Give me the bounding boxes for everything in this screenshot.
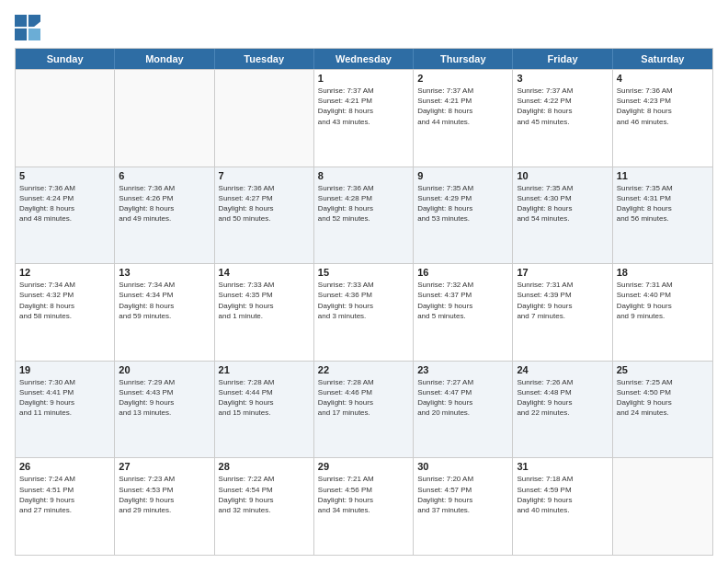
day-number: 26 xyxy=(19,461,110,472)
week-row-2: 5Sunrise: 7:36 AM Sunset: 4:24 PM Daylig… xyxy=(16,167,712,264)
day-info: Sunrise: 7:18 AM Sunset: 4:59 PM Dayligh… xyxy=(517,474,608,515)
day-cell-23: 23Sunrise: 7:27 AM Sunset: 4:47 PM Dayli… xyxy=(414,362,513,458)
day-number: 29 xyxy=(318,461,409,472)
day-cell-9: 9Sunrise: 7:35 AM Sunset: 4:29 PM Daylig… xyxy=(414,167,513,264)
day-cell-26: 26Sunrise: 7:24 AM Sunset: 4:51 PM Dayli… xyxy=(16,458,115,555)
day-cell-4: 4Sunrise: 7:36 AM Sunset: 4:23 PM Daylig… xyxy=(613,70,712,167)
day-number: 14 xyxy=(219,267,310,278)
day-cell-17: 17Sunrise: 7:31 AM Sunset: 4:39 PM Dayli… xyxy=(513,264,612,361)
day-cell-2: 2Sunrise: 7:37 AM Sunset: 4:21 PM Daylig… xyxy=(414,70,513,167)
day-cell-1: 1Sunrise: 7:37 AM Sunset: 4:21 PM Daylig… xyxy=(314,70,414,167)
day-info: Sunrise: 7:26 AM Sunset: 4:48 PM Dayligh… xyxy=(517,377,608,419)
day-number: 30 xyxy=(417,461,508,472)
logo xyxy=(15,15,44,40)
week-row-4: 19Sunrise: 7:30 AM Sunset: 4:41 PM Dayli… xyxy=(16,361,712,458)
day-cell-25: 25Sunrise: 7:25 AM Sunset: 4:50 PM Dayli… xyxy=(613,362,712,458)
day-number: 3 xyxy=(517,73,608,84)
day-info: Sunrise: 7:37 AM Sunset: 4:22 PM Dayligh… xyxy=(517,86,608,127)
day-info: Sunrise: 7:27 AM Sunset: 4:47 PM Dayligh… xyxy=(417,377,508,419)
calendar-header: SundayMondayTuesdayWednesdayThursdayFrid… xyxy=(16,49,712,69)
day-number: 23 xyxy=(417,364,508,375)
week-row-3: 12Sunrise: 7:34 AM Sunset: 4:32 PM Dayli… xyxy=(16,263,712,361)
day-info: Sunrise: 7:35 AM Sunset: 4:30 PM Dayligh… xyxy=(517,183,608,224)
day-number: 10 xyxy=(517,170,608,181)
empty-cell-4-6 xyxy=(613,458,712,555)
week-row-1: 1Sunrise: 7:37 AM Sunset: 4:21 PM Daylig… xyxy=(16,69,712,167)
day-cell-15: 15Sunrise: 7:33 AM Sunset: 4:36 PM Dayli… xyxy=(314,264,414,361)
day-number: 6 xyxy=(119,170,210,181)
svg-rect-0 xyxy=(15,15,27,27)
day-cell-3: 3Sunrise: 7:37 AM Sunset: 4:22 PM Daylig… xyxy=(513,70,612,167)
header-cell-wednesday: Wednesday xyxy=(314,49,414,69)
day-cell-22: 22Sunrise: 7:28 AM Sunset: 4:46 PM Dayli… xyxy=(314,362,414,458)
day-info: Sunrise: 7:30 AM Sunset: 4:41 PM Dayligh… xyxy=(19,377,110,419)
day-number: 2 xyxy=(417,73,508,84)
day-info: Sunrise: 7:28 AM Sunset: 4:44 PM Dayligh… xyxy=(219,377,310,419)
header xyxy=(15,15,713,40)
header-cell-tuesday: Tuesday xyxy=(215,49,314,69)
day-info: Sunrise: 7:25 AM Sunset: 4:50 PM Dayligh… xyxy=(617,377,709,419)
day-number: 1 xyxy=(318,73,409,84)
day-number: 7 xyxy=(219,170,310,181)
day-info: Sunrise: 7:28 AM Sunset: 4:46 PM Dayligh… xyxy=(318,377,409,419)
header-cell-thursday: Thursday xyxy=(414,49,513,69)
day-info: Sunrise: 7:24 AM Sunset: 4:51 PM Dayligh… xyxy=(19,474,110,515)
day-cell-21: 21Sunrise: 7:28 AM Sunset: 4:44 PM Dayli… xyxy=(215,362,314,458)
day-number: 25 xyxy=(617,364,709,375)
day-info: Sunrise: 7:37 AM Sunset: 4:21 PM Dayligh… xyxy=(318,86,409,127)
empty-cell-0-2 xyxy=(215,70,314,167)
day-cell-20: 20Sunrise: 7:29 AM Sunset: 4:43 PM Dayli… xyxy=(115,362,214,458)
svg-rect-2 xyxy=(15,29,27,40)
svg-rect-3 xyxy=(28,29,40,40)
header-cell-sunday: Sunday xyxy=(16,49,115,69)
day-cell-16: 16Sunrise: 7:32 AM Sunset: 4:37 PM Dayli… xyxy=(414,264,513,361)
day-cell-28: 28Sunrise: 7:22 AM Sunset: 4:54 PM Dayli… xyxy=(215,458,314,555)
day-info: Sunrise: 7:29 AM Sunset: 4:43 PM Dayligh… xyxy=(119,377,210,419)
day-cell-27: 27Sunrise: 7:23 AM Sunset: 4:53 PM Dayli… xyxy=(115,458,214,555)
day-number: 28 xyxy=(219,461,310,472)
day-cell-11: 11Sunrise: 7:35 AM Sunset: 4:31 PM Dayli… xyxy=(613,167,712,264)
day-cell-31: 31Sunrise: 7:18 AM Sunset: 4:59 PM Dayli… xyxy=(513,458,612,555)
day-number: 24 xyxy=(517,364,608,375)
day-info: Sunrise: 7:36 AM Sunset: 4:28 PM Dayligh… xyxy=(318,183,409,224)
day-cell-12: 12Sunrise: 7:34 AM Sunset: 4:32 PM Dayli… xyxy=(16,264,115,361)
day-number: 22 xyxy=(318,364,409,375)
header-cell-saturday: Saturday xyxy=(613,49,712,69)
day-cell-5: 5Sunrise: 7:36 AM Sunset: 4:24 PM Daylig… xyxy=(16,167,115,264)
logo-icon xyxy=(15,15,40,40)
day-number: 8 xyxy=(318,170,409,181)
day-cell-30: 30Sunrise: 7:20 AM Sunset: 4:57 PM Dayli… xyxy=(414,458,513,555)
header-cell-friday: Friday xyxy=(513,49,612,69)
day-info: Sunrise: 7:37 AM Sunset: 4:21 PM Dayligh… xyxy=(417,86,508,127)
day-info: Sunrise: 7:35 AM Sunset: 4:29 PM Dayligh… xyxy=(417,183,508,224)
calendar: SundayMondayTuesdayWednesdayThursdayFrid… xyxy=(15,48,713,556)
day-number: 16 xyxy=(417,267,508,278)
day-number: 13 xyxy=(119,267,210,278)
day-cell-29: 29Sunrise: 7:21 AM Sunset: 4:56 PM Dayli… xyxy=(314,458,414,555)
day-number: 27 xyxy=(119,461,210,472)
day-info: Sunrise: 7:36 AM Sunset: 4:24 PM Dayligh… xyxy=(19,183,110,224)
day-info: Sunrise: 7:21 AM Sunset: 4:56 PM Dayligh… xyxy=(318,474,409,515)
day-number: 12 xyxy=(19,267,110,278)
day-info: Sunrise: 7:33 AM Sunset: 4:35 PM Dayligh… xyxy=(219,280,310,321)
day-cell-10: 10Sunrise: 7:35 AM Sunset: 4:30 PM Dayli… xyxy=(513,167,612,264)
day-number: 17 xyxy=(517,267,608,278)
day-info: Sunrise: 7:32 AM Sunset: 4:37 PM Dayligh… xyxy=(417,280,508,321)
day-cell-13: 13Sunrise: 7:34 AM Sunset: 4:34 PM Dayli… xyxy=(115,264,214,361)
day-number: 5 xyxy=(19,170,110,181)
day-info: Sunrise: 7:23 AM Sunset: 4:53 PM Dayligh… xyxy=(119,474,210,515)
header-cell-monday: Monday xyxy=(115,49,214,69)
day-info: Sunrise: 7:31 AM Sunset: 4:39 PM Dayligh… xyxy=(517,280,608,321)
page: SundayMondayTuesdayWednesdayThursdayFrid… xyxy=(0,0,728,563)
day-info: Sunrise: 7:31 AM Sunset: 4:40 PM Dayligh… xyxy=(617,280,709,321)
day-number: 9 xyxy=(417,170,508,181)
day-cell-7: 7Sunrise: 7:36 AM Sunset: 4:27 PM Daylig… xyxy=(215,167,314,264)
day-info: Sunrise: 7:34 AM Sunset: 4:34 PM Dayligh… xyxy=(119,280,210,321)
day-info: Sunrise: 7:36 AM Sunset: 4:27 PM Dayligh… xyxy=(219,183,310,224)
day-cell-8: 8Sunrise: 7:36 AM Sunset: 4:28 PM Daylig… xyxy=(314,167,414,264)
empty-cell-0-0 xyxy=(16,70,115,167)
day-cell-14: 14Sunrise: 7:33 AM Sunset: 4:35 PM Dayli… xyxy=(215,264,314,361)
day-number: 11 xyxy=(617,170,709,181)
day-cell-6: 6Sunrise: 7:36 AM Sunset: 4:26 PM Daylig… xyxy=(115,167,214,264)
day-info: Sunrise: 7:36 AM Sunset: 4:23 PM Dayligh… xyxy=(617,86,709,127)
